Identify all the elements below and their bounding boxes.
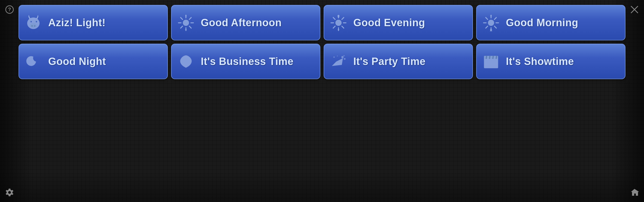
party-time-label: It's Party Time [353,56,426,67]
showtime-label: It's Showtime [506,56,574,67]
svg-point-23 [335,20,342,26]
svg-rect-53 [484,57,498,68]
svg-point-52 [337,55,338,56]
svg-line-29 [342,26,344,28]
svg-marker-47 [332,58,343,66]
svg-point-49 [344,58,346,60]
svg-point-5 [30,23,37,28]
svg-point-10 [31,21,32,22]
svg-point-51 [333,56,335,58]
svg-line-56 [490,56,490,59]
good-evening-button[interactable]: Good Evening [324,5,473,40]
svg-line-17 [181,17,183,19]
svg-point-48 [341,56,344,58]
svg-line-42 [494,17,496,19]
good-evening-label: Good Evening [353,17,425,29]
business-time-label: It's Business Time [201,56,293,67]
svg-marker-22 [185,29,187,31]
svg-point-35 [488,20,494,26]
svg-line-43 [486,26,488,28]
svg-line-20 [181,26,183,28]
svg-text:?: ? [8,7,11,12]
svg-line-19 [189,17,191,19]
settings-icon[interactable] [3,186,16,199]
svg-point-6 [31,25,33,27]
svg-line-28 [333,17,335,19]
good-afternoon-button[interactable]: Good Afternoon [171,5,320,40]
good-night-button[interactable]: Good Night [19,44,168,79]
svg-point-12 [183,20,189,26]
showtime-button[interactable]: It's Showtime [476,44,625,79]
aziz-light-label: Aziz! Light! [48,17,106,29]
svg-marker-44 [490,14,492,16]
svg-point-7 [34,25,36,27]
svg-line-58 [496,56,497,59]
good-morning-button[interactable]: Good Morning [476,5,625,40]
close-icon[interactable] [628,3,641,16]
home-icon[interactable] [628,186,641,199]
svg-line-55 [486,56,487,59]
svg-point-50 [343,55,345,56]
svg-line-18 [189,26,191,28]
svg-line-41 [494,26,496,28]
good-morning-label: Good Morning [506,17,578,29]
scene-button-grid: Aziz! Light! Good Afternoon [19,5,625,79]
svg-marker-21 [185,14,187,16]
svg-line-30 [342,17,344,19]
business-time-button[interactable]: It's Business Time [171,44,320,79]
good-night-label: Good Night [48,56,106,67]
good-afternoon-label: Good Afternoon [201,17,282,29]
svg-line-40 [486,17,488,19]
svg-line-57 [493,56,493,59]
svg-point-11 [36,21,37,22]
svg-marker-32 [338,29,339,31]
party-time-button[interactable]: It's Party Time [324,44,473,79]
svg-line-31 [333,26,335,28]
help-icon[interactable]: ? [3,3,16,16]
aziz-light-button[interactable]: Aziz! Light! [19,5,168,40]
